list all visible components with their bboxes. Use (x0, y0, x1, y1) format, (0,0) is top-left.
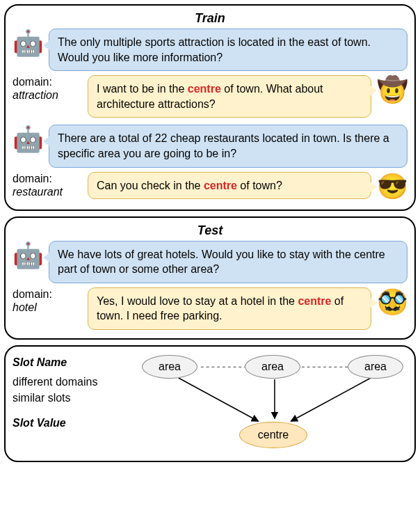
bot-avatar-icon: 🤖 (13, 125, 43, 154)
slot-value-heading: Slot Value (13, 416, 131, 431)
user-avatar-sunglasses-icon: 😎 (377, 172, 407, 201)
domain-hotel: domain: hotel (13, 287, 82, 314)
domain-label: domain: (13, 75, 82, 88)
train-bot-bubble-1: The only multiple sports attraction is l… (49, 29, 407, 71)
train-user-bubble-2: Can you check in the centre of town? (88, 172, 371, 200)
train-user-row-1: domain: attraction I want to be in the c… (13, 75, 407, 118)
bot-avatar-icon: 🤖 (13, 241, 43, 270)
test-panel: Test 🤖 We have lots of great hotels. Wou… (4, 216, 416, 340)
train-bot-row-2: 🤖 There are a total of 22 cheap restaura… (13, 125, 407, 167)
highlight-centre: centre (204, 180, 237, 191)
slots-left-column: Slot Name different domains similar slot… (13, 352, 131, 454)
domain-restaurant: domain: restaurant (13, 172, 82, 198)
slot-name-heading: Slot Name (13, 355, 131, 370)
user-avatar-cowboy-icon: 🤠 (377, 75, 407, 104)
user-text-pre: I want to be in the (97, 83, 188, 95)
domain-value-hotel: hotel (13, 301, 82, 314)
train-panel: Train 🤖 The only multiple sports attract… (4, 4, 416, 211)
domain-label: domain: (13, 172, 82, 185)
similar-slots-text: similar slots (13, 390, 131, 406)
train-user-row-2: domain: restaurant Can you check in the … (13, 172, 407, 201)
domain-value-attraction: attraction (13, 88, 82, 102)
domain-label: domain: (13, 287, 82, 301)
slots-graph: area area area centre (139, 352, 407, 454)
test-user-row-1: domain: hotel Yes, I would love to stay … (13, 287, 407, 330)
slot-node-area-1: area (142, 355, 197, 379)
slots-panel: Slot Name different domains similar slot… (4, 345, 416, 462)
highlight-centre: centre (298, 295, 331, 307)
user-text-post: of town? (237, 180, 282, 191)
domain-value-restaurant: restaurant (13, 185, 82, 198)
diff-domains-text: different domains (13, 374, 131, 390)
svg-line-4 (291, 378, 371, 421)
slot-node-area-3: area (348, 355, 403, 379)
test-user-bubble-1: Yes, I would love to stay at a hotel in … (88, 287, 371, 330)
highlight-centre: centre (188, 83, 221, 95)
slot-value-centre: centre (239, 422, 307, 448)
domain-attraction: domain: attraction (13, 75, 82, 102)
train-bot-bubble-2: There are a total of 22 cheap restaurant… (49, 125, 407, 167)
train-title: Train (13, 11, 407, 26)
user-text-pre: Can you check in the (97, 180, 204, 191)
bot-avatar-icon: 🤖 (13, 29, 43, 58)
test-title: Test (13, 223, 407, 238)
train-bot-row-1: 🤖 The only multiple sports attraction is… (13, 29, 407, 71)
svg-line-2 (179, 378, 259, 421)
train-user-bubble-1: I want to be in the centre of town. What… (88, 75, 371, 118)
test-bot-row-1: 🤖 We have lots of great hotels. Would yo… (13, 241, 407, 283)
user-text-pre: Yes, I would love to stay at a hotel in … (97, 295, 298, 307)
user-avatar-disguise-icon: 🥸 (377, 287, 407, 317)
test-bot-bubble-1: We have lots of great hotels. Would you … (49, 241, 407, 283)
slot-node-area-2: area (245, 355, 300, 379)
